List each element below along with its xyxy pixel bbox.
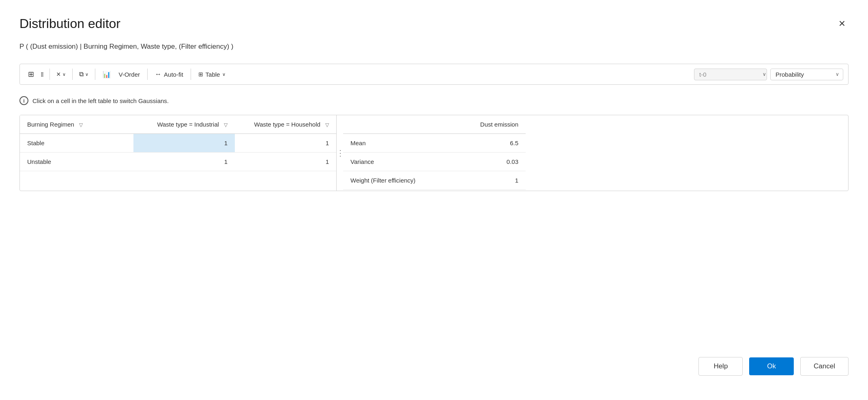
dialog-header: Distribution editor × [19,16,849,31]
help-button[interactable]: Help [698,357,743,376]
stable-industrial-cell[interactable]: 1 [133,134,235,153]
autofit-button[interactable]: ↔ Auto-fit [151,69,187,80]
unstable-cell[interactable]: Unstable [20,153,133,171]
separator-2 [72,69,73,80]
transform-icon: ⁞⁞ [41,71,43,78]
column-resize-handle[interactable]: ⋮ [337,115,343,191]
transform-button[interactable]: ⁞⁞ [37,69,46,80]
dialog-title: Distribution editor [19,16,120,31]
table-button[interactable]: ⊞ Table ∨ [194,69,230,80]
paste-button[interactable]: ⧉ ∨ [76,69,92,80]
footer: Help Ok Cancel [19,357,849,384]
stable-household-cell[interactable]: 1 [235,134,336,153]
paste-icon: ⧉ [79,71,84,78]
mean-value: 6.5 [465,134,526,153]
table-header-row: Burning Regimen ▽ Waste type = Industria… [20,115,336,134]
stats-table: Dust emission Mean 6.5 Variance 0.03 Wei… [343,115,526,190]
close-button[interactable]: × [836,16,849,31]
separator-3 [95,69,95,80]
cancel-button[interactable]: Cancel [800,357,849,376]
distribution-editor-dialog: Distribution editor × P ( (Dust emission… [0,0,868,400]
table-row[interactable]: Stable 1 1 [20,134,336,153]
autofit-label: Auto-fit [164,71,183,78]
stats-row-mean: Mean 6.5 [343,134,526,153]
toolbar: ⊞ ⁞⁞ × ∨ ⧉ ∨ 📊 V-Order ↔ Auto-fit ⊞ Ta [19,64,849,85]
stats-header-row: Dust emission [343,115,526,134]
mean-label: Mean [343,134,465,153]
info-bar: i Click on a cell in the left table to s… [19,96,849,105]
col-waste-household: Waste type = Household ▽ [235,115,336,134]
col-burning-regimen: Burning Regimen ▽ [20,115,133,134]
weight-value: 1 [465,171,526,190]
separator-5 [191,69,191,80]
delete-button[interactable]: × ∨ [53,69,69,80]
stats-row-variance: Variance 0.03 [343,153,526,171]
add-row-icon: ⊞ [28,70,34,79]
stats-row-weight: Weight (Filter efficiency) 1 [343,171,526,190]
left-table: Burning Regimen ▽ Waste type = Industria… [20,115,337,191]
vorder-label: V-Order [119,71,140,78]
chart-icon: 📊 [103,71,111,78]
autofit-arrows-icon: ↔ [155,71,161,78]
data-table: Burning Regimen ▽ Waste type = Industria… [20,115,336,191]
separator-4 [147,69,148,80]
add-row-button[interactable]: ⊞ [25,68,37,80]
delete-chevron-icon: ∨ [62,72,66,77]
dots-icon: ⋮ [336,149,344,157]
separator-1 [49,69,50,80]
dialog-subtitle: P ( (Dust emission) | Burning Regimen, W… [19,43,849,51]
col-label-empty [343,115,465,134]
unstable-industrial-cell[interactable]: 1 [133,153,235,171]
stable-cell[interactable]: Stable [20,134,133,153]
burning-filter-icon[interactable]: ▽ [79,122,83,128]
table-icon: ⊞ [198,71,203,77]
variance-value: 0.03 [465,153,526,171]
main-table-area: Burning Regimen ▽ Waste type = Industria… [19,115,849,191]
household-filter-icon[interactable]: ▽ [325,122,329,128]
vorder-button[interactable]: V-Order [115,69,144,80]
paste-chevron-icon: ∨ [85,72,88,77]
col-waste-industrial: Waste type = Industrial ▽ [133,115,235,134]
weight-label: Weight (Filter efficiency) [343,171,465,190]
industrial-filter-icon[interactable]: ▽ [224,122,228,128]
probability-select[interactable]: Probability [770,69,843,80]
table-row[interactable]: Unstable 1 1 [20,153,336,171]
ok-button[interactable]: Ok [749,357,794,375]
col-dust-emission: Dust emission [465,115,526,134]
delete-icon: × [56,70,61,79]
variance-label: Variance [343,153,465,171]
right-panel: Dust emission Mean 6.5 Variance 0.03 Wei… [343,115,526,191]
info-text: Click on a cell in the left table to swi… [32,97,169,104]
table-chevron-icon: ∨ [222,72,226,77]
chart-button[interactable]: 📊 [99,69,115,80]
t0-select-wrapper: t-0 ∨ [694,69,770,80]
empty-row [20,171,336,191]
probability-select-wrapper: Probability ∨ [770,69,843,80]
info-icon: i [19,96,28,105]
table-label: Table [206,71,220,78]
unstable-household-cell[interactable]: 1 [235,153,336,171]
t0-select[interactable]: t-0 [694,69,767,80]
